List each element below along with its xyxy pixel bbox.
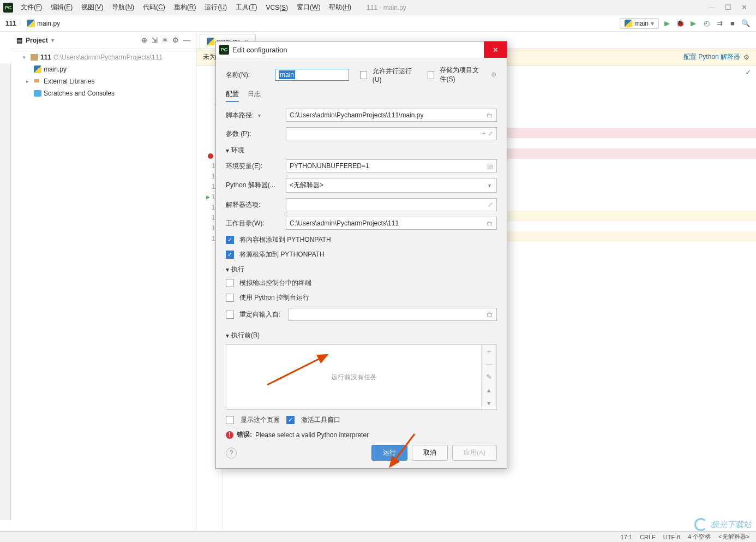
cursor-position[interactable]: 17:1: [621, 534, 632, 540]
line-ending[interactable]: CRLF: [640, 534, 656, 540]
move-down-icon[interactable]: ▾: [482, 396, 496, 409]
configure-interpreter-link[interactable]: 配置 Python 解释器: [683, 52, 740, 62]
concurrent-icon[interactable]: ⇉: [715, 19, 724, 28]
emulate-terminal-checkbox[interactable]: [226, 279, 234, 287]
remove-task-icon[interactable]: —: [482, 358, 496, 371]
edit-task-icon[interactable]: ✎: [482, 371, 496, 384]
run-config-selector[interactable]: main ▾: [620, 18, 659, 29]
cancel-button[interactable]: 取消: [412, 445, 448, 461]
store-as-project-label: 存储为项目文件(S): [440, 65, 485, 84]
tab-logs[interactable]: 日志: [248, 90, 261, 102]
dialog-close-button[interactable]: ✕: [484, 41, 507, 58]
menu-help[interactable]: 帮助(H): [325, 1, 356, 14]
run-button[interactable]: 运行: [371, 445, 407, 461]
interp-opt-label: 解释器选项:: [226, 200, 280, 210]
dialog-titlebar[interactable]: PC Edit configuration ✕: [216, 41, 507, 58]
profile-icon[interactable]: ◴: [701, 19, 711, 28]
apply-button[interactable]: 应用(A): [452, 445, 497, 461]
tree-root[interactable]: ▾ 111 C:\Users\admin\PycharmProjects\111: [11, 51, 196, 63]
name-label: 名称(N):: [226, 70, 269, 80]
gear-icon[interactable]: ⚙: [491, 71, 497, 79]
breakpoint-icon[interactable]: [208, 153, 213, 159]
before-section-header[interactable]: ▾执行前(B): [226, 331, 497, 340]
env-section-header[interactable]: ▾环境: [226, 146, 497, 155]
menu-refactor[interactable]: 重构(R): [170, 1, 201, 14]
run-icon[interactable]: ▶: [662, 19, 672, 28]
menu-run[interactable]: 运行(U): [200, 1, 231, 14]
add-source-roots-checkbox[interactable]: [226, 251, 234, 259]
name-input[interactable]: main: [275, 69, 349, 81]
no-tasks-label: 运行前没有任务: [226, 345, 481, 409]
interpreter-status[interactable]: <无解释器>: [718, 533, 749, 541]
allow-parallel-checkbox[interactable]: [360, 71, 367, 79]
tree-external-libs[interactable]: ▸ External Libraries: [11, 75, 196, 87]
gear-icon[interactable]: ⚙: [743, 53, 749, 61]
breadcrumb-project[interactable]: 111: [5, 20, 16, 27]
redirect-input-field[interactable]: 🗀: [289, 308, 497, 321]
workdir-input[interactable]: C:\Users\admin\PycharmProjects\111🗀: [286, 217, 497, 230]
menu-window[interactable]: 窗口(W): [292, 1, 325, 14]
expand-icon: ⤢: [488, 201, 493, 209]
project-panel-header: ▤ Project ▾ ⊕ ⇲ ✶ ⚙ —: [11, 32, 196, 49]
redirect-input-checkbox[interactable]: [226, 311, 234, 319]
env-var-label: 环境变量(E):: [226, 162, 280, 171]
minimize-icon[interactable]: —: [708, 3, 715, 11]
search-icon[interactable]: 🔍: [741, 19, 751, 28]
add-content-roots-checkbox[interactable]: [226, 236, 234, 244]
stop-icon[interactable]: ■: [728, 19, 737, 28]
move-up-icon[interactable]: ▴: [482, 384, 496, 397]
tree-file-main[interactable]: main.py: [11, 63, 196, 75]
dialog-tabs: 配置 日志: [226, 90, 497, 102]
script-path-input[interactable]: C:\Users\admin\PycharmProjects\111\main.…: [286, 109, 497, 122]
show-this-page-label: 显示这个页面: [241, 415, 280, 425]
run-line-icon[interactable]: ▶: [206, 192, 210, 202]
coverage-icon[interactable]: ▶: [688, 19, 698, 28]
hide-icon[interactable]: —: [183, 36, 190, 44]
window-title: 111 - main.py: [367, 4, 406, 11]
menu-vcs[interactable]: VCS(S): [261, 2, 292, 14]
menu-code[interactable]: 代码(C): [139, 1, 170, 14]
tree-scratches[interactable]: Scratches and Consoles: [11, 87, 196, 99]
activate-tool-label: 激活工具窗口: [301, 415, 340, 425]
browse-icon: 🗀: [487, 311, 493, 318]
store-as-project-checkbox[interactable]: [428, 71, 435, 79]
debug-icon[interactable]: 🐞: [675, 19, 685, 28]
collapse-icon[interactable]: ✶: [162, 36, 168, 44]
menu-navigate[interactable]: 导航(N): [107, 1, 139, 14]
show-this-page-checkbox[interactable]: [226, 416, 234, 424]
edit-configuration-dialog: PC Edit configuration ✕ 名称(N): main 允许并行…: [215, 41, 507, 469]
left-gutter-strip: [0, 63, 11, 520]
emulate-terminal-label: 模拟输出控制台中的终端: [239, 278, 311, 288]
redirect-input-label: 重定向输入自:: [239, 310, 283, 319]
browse-icon[interactable]: 🗀: [487, 111, 493, 119]
watermark: 极光下载站: [694, 518, 752, 531]
add-task-icon[interactable]: +: [482, 345, 496, 358]
params-input[interactable]: + ⤢: [286, 127, 497, 140]
gear-icon[interactable]: ⚙: [172, 36, 179, 44]
menu-file[interactable]: 文件(F): [16, 1, 46, 14]
exec-section-header[interactable]: ▾执行: [226, 265, 497, 274]
help-icon[interactable]: ?: [226, 448, 237, 458]
tab-config[interactable]: 配置: [226, 90, 239, 102]
menubar: PC 文件(F) 编辑(E) 视图(V) 导航(N) 代码(C) 重构(R) 运…: [0, 0, 756, 15]
close-icon[interactable]: ✕: [741, 3, 747, 11]
menu-view[interactable]: 视图(V): [77, 1, 107, 14]
encoding[interactable]: UTF-8: [663, 534, 680, 540]
run-with-console-checkbox[interactable]: [226, 294, 234, 302]
interpreter-select[interactable]: <无解释器>▾: [286, 178, 497, 193]
activate-tool-checkbox[interactable]: [286, 416, 295, 424]
target-icon[interactable]: ⊕: [141, 36, 147, 44]
env-var-input[interactable]: PYTHONUNBUFFERED=1▤: [286, 159, 497, 172]
maximize-icon[interactable]: ☐: [725, 3, 731, 11]
menu-tools[interactable]: 工具(T): [231, 1, 261, 14]
breadcrumb: 111 〉 main.py: [5, 19, 60, 28]
breadcrumb-file[interactable]: main.py: [37, 20, 60, 27]
menu-edit[interactable]: 编辑(E): [46, 1, 77, 14]
indent[interactable]: 4 个空格: [688, 533, 711, 541]
interp-opt-input[interactable]: ⤢: [286, 198, 497, 211]
expand-icon[interactable]: ⇲: [152, 36, 158, 44]
error-row: ! 错误: Please select a valid Python inter…: [226, 430, 497, 439]
error-text: Please select a valid Python interpreter: [255, 431, 369, 439]
before-launch-tasks: 运行前没有任务 + — ✎ ▴ ▾: [226, 344, 497, 410]
navbar: 111 〉 main.py main ▾ ▶ 🐞 ▶ ◴ ⇉ ■ 🔍: [0, 15, 756, 32]
